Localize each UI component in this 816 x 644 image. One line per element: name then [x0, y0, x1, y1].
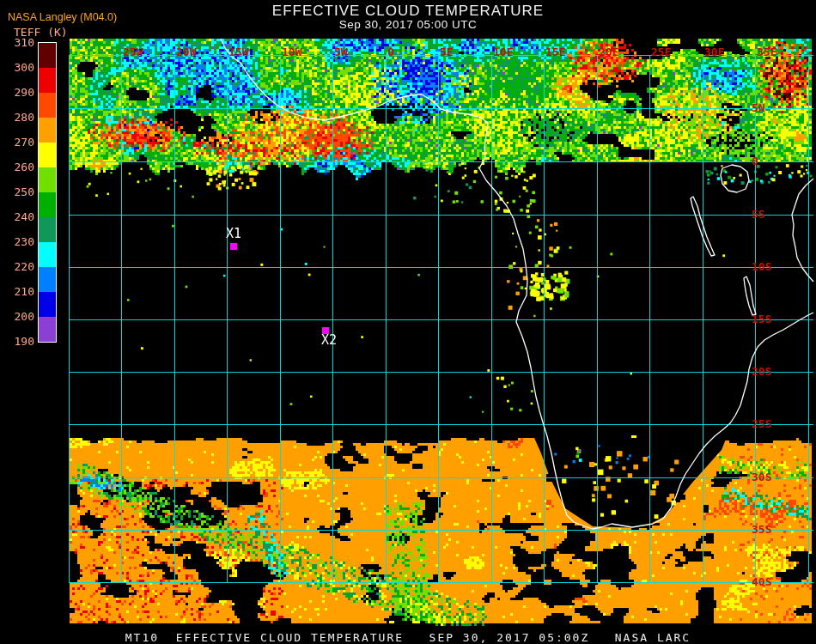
lat-grid-label: 30S [752, 471, 771, 483]
marker-label: X2 [321, 334, 337, 347]
lon-grid-label: 25E [651, 47, 671, 58]
lat-grid-label: 20S [752, 366, 771, 377]
lat-grid-label: 15S [752, 313, 771, 325]
lon-grid-label: 35E [757, 47, 776, 58]
lon-grid-label: 20E [599, 47, 618, 58]
colorbar-tick-label: 220 [3, 261, 34, 272]
page-title: EFFECTIVE CLOUD TEMPERATURE [0, 3, 816, 20]
colorbar-tick-label: 310 [3, 37, 34, 48]
colorbar-segment [39, 118, 56, 143]
map-overlay: EFFECTIVE CLOUD TEMPERATURE Sep 30, 2017… [0, 0, 816, 644]
colorbar-tick-label: 300 [3, 62, 34, 73]
colorbar-tick-label: 260 [3, 161, 34, 173]
colorbar-segment [39, 317, 56, 342]
marker-dot [322, 327, 329, 334]
footer-caption: MT10 EFFECTIVE CLOUD TEMPERATURE SEP 30,… [0, 631, 816, 644]
colorbar-segment [39, 292, 56, 317]
colorbar-segment [39, 217, 56, 242]
colorbar-segment [39, 267, 56, 292]
lon-grid-label: 10E [493, 47, 513, 58]
lon-grid-label: 15E [545, 47, 565, 58]
page-subtitle: Sep 30, 2017 05:00 UTC [0, 18, 816, 31]
lat-grid-label: 40S [752, 576, 771, 587]
colorbar-tick-label: 230 [3, 236, 34, 247]
colorbar-tick-label: 280 [3, 112, 34, 123]
lat-grid-label: 35S [752, 524, 771, 535]
lat-grid-label: 10S [752, 261, 771, 272]
lon-grid-label: 5E [440, 47, 454, 58]
lon-grid-label: 30E [704, 47, 724, 58]
lon-grid-label: 5W [334, 47, 348, 58]
lon-grid-label: 0 [387, 47, 394, 58]
colorbar-tick-label: 200 [3, 311, 34, 322]
lat-grid-label: 0 [752, 155, 758, 167]
colorbar-segment [39, 192, 56, 217]
colorbar-tick-label: 210 [3, 286, 34, 297]
colorbar-segment [39, 68, 56, 93]
lat-grid-label: 5S [752, 209, 765, 220]
colorbar-segment [39, 93, 56, 118]
lon-grid-label: 10W [282, 47, 301, 58]
marker-label: X1 [226, 228, 241, 240]
lon-grid-label: 20W [176, 47, 196, 58]
colorbar-tick-label: 250 [3, 186, 34, 197]
colorbar-segment [39, 242, 56, 267]
lon-grid-label: 15W [228, 47, 248, 58]
colorbar-tick-label: 240 [3, 211, 34, 222]
colorbar-segment [39, 167, 56, 192]
lat-grid-label: 25S [752, 418, 771, 429]
colorbar-tick-label: 190 [3, 336, 34, 347]
marker-dot [230, 243, 237, 250]
lon-grid-label: 25W [123, 47, 143, 58]
source-label: NASA Langley (M04.0) [8, 11, 117, 23]
colorbar [38, 42, 57, 343]
colorbar-segment [39, 43, 56, 68]
colorbar-tick-label: 270 [3, 137, 34, 148]
lat-grid-label: 5N [752, 102, 765, 113]
colorbar-segment [39, 143, 56, 167]
colorbar-tick-label: 290 [3, 87, 34, 98]
